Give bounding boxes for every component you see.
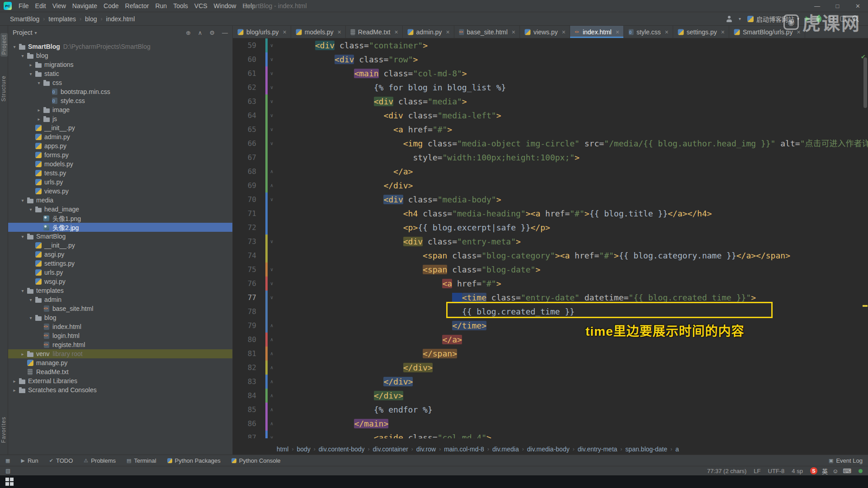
menu-edit[interactable]: Edit	[32, 1, 49, 10]
editor-tab[interactable]: blog/urls.py×	[233, 26, 291, 38]
tree-item[interactable]: __init__.py	[8, 123, 232, 132]
tree-arrow-icon[interactable]: ▾	[19, 53, 26, 58]
tree-item[interactable]: ▾static	[8, 69, 232, 78]
menu-window[interactable]: Window	[211, 1, 240, 10]
search-icon[interactable]	[852, 15, 859, 22]
tree-item[interactable]: ▾head_image	[8, 205, 232, 214]
fold-icon[interactable]: ∨	[268, 431, 276, 438]
tree-arrow-icon[interactable]: ▾	[19, 288, 26, 293]
tree-item[interactable]: wsgi.py	[8, 277, 232, 286]
tree-item[interactable]: 头像2.jpg	[8, 223, 232, 232]
tree-arrow-icon[interactable]: ▾	[27, 71, 34, 76]
close-icon[interactable]: ×	[665, 28, 669, 36]
tree-arrow-icon[interactable]: ▾	[11, 44, 18, 49]
run-config-selector[interactable]: 启动博客网站 ▾	[747, 14, 799, 23]
sogou-icon[interactable]: S	[810, 467, 817, 474]
fold-icon[interactable]: ∧	[268, 417, 276, 431]
code-text[interactable]: </div>	[276, 361, 433, 375]
tree-item[interactable]: admin.py	[8, 132, 232, 141]
toolwindow-event-log[interactable]: ▣Event Log	[829, 457, 863, 464]
tree-item[interactable]: ▸Scratches and Consoles	[8, 385, 232, 394]
code-text[interactable]: <div class="media-body">	[276, 192, 501, 206]
tree-arrow-icon[interactable]: ▸	[11, 388, 18, 393]
editor-tab[interactable]: views.py×	[520, 26, 570, 38]
tree-arrow-icon[interactable]: ▸	[27, 62, 34, 67]
fold-icon[interactable]: ∧	[268, 333, 276, 347]
close-icon[interactable]: ×	[394, 28, 398, 36]
tree-item[interactable]: ▾SmartBlogD:\PycharmProjects\SmartBlog	[8, 42, 232, 51]
collapse-all-icon[interactable]: ∧	[198, 29, 203, 36]
toolwindow-todo[interactable]: ✔TODO	[49, 457, 73, 464]
tool-window-switcher-icon[interactable]: ▦	[5, 458, 10, 464]
tree-item[interactable]: ▾media	[8, 196, 232, 205]
stripe-project[interactable]: Project	[0, 33, 8, 56]
tree-item[interactable]: ReadMe.txt	[8, 367, 232, 376]
editor-scrollbar[interactable]	[863, 52, 868, 436]
fold-icon[interactable]: ∨	[268, 136, 276, 150]
hide-panel-icon[interactable]: —	[222, 29, 228, 36]
fold-icon[interactable]: ∨	[268, 52, 276, 66]
code-text[interactable]: <div class="media">	[276, 94, 467, 108]
fold-icon[interactable]: ∧	[268, 361, 276, 375]
tree-item[interactable]: ▾SmartBlog	[8, 232, 232, 241]
tree-item[interactable]: urls.py	[8, 178, 232, 187]
toolwindow-terminal[interactable]: ▤Terminal	[127, 457, 156, 464]
fold-icon[interactable]: ∨	[268, 38, 276, 52]
code-text[interactable]: style="width:100px;height:100px;">	[276, 150, 580, 164]
code-text[interactable]: <div class="container">	[276, 38, 428, 52]
tree-item[interactable]: login.html	[8, 331, 232, 340]
breadcrumb-item[interactable]: index.html	[105, 15, 136, 23]
code-text[interactable]: <p>{{ blog.excerpt|safe }}</p>	[276, 221, 550, 235]
start-button[interactable]	[5, 478, 14, 486]
editor-breadcrumb-item[interactable]: html	[276, 446, 289, 453]
tree-item[interactable]: ▸image	[8, 105, 232, 114]
debug-button[interactable]	[816, 16, 821, 22]
editor-code-area[interactable]: 59∨ <div class="container">60∨ <div clas…	[233, 38, 868, 438]
code-text[interactable]: </div>	[276, 375, 413, 389]
menu-tools[interactable]: Tools	[170, 1, 191, 10]
editor-tab[interactable]: settings.py×	[673, 26, 729, 38]
chevron-down-icon[interactable]: ▾	[739, 16, 741, 21]
code-text[interactable]: <aside class="col-md-4">	[276, 431, 491, 438]
editor-tab[interactable]: SmartBlog/urls.py×	[729, 26, 805, 38]
stripe-favorites[interactable]: Favorites	[0, 417, 7, 443]
code-text[interactable]: </a>	[276, 164, 413, 178]
tree-item[interactable]: ▸External Libraries	[8, 376, 232, 385]
toolwindow-python-console[interactable]: Python Console	[231, 457, 281, 464]
menu-run[interactable]: Run	[152, 1, 170, 10]
run-button[interactable]	[806, 16, 810, 22]
close-icon[interactable]: ×	[446, 28, 449, 36]
breadcrumb-item[interactable]: SmartBlog	[9, 15, 40, 23]
code-text[interactable]: </main>	[276, 417, 388, 431]
editor-breadcrumb-item[interactable]: span.blog-date	[625, 446, 668, 453]
tree-item[interactable]: apps.py	[8, 141, 232, 150]
settings-icon[interactable]: ⚙	[209, 29, 215, 36]
tree-item[interactable]: ▸venvlibrary root	[8, 349, 232, 358]
tree-item[interactable]: index.html	[8, 322, 232, 331]
code-text[interactable]: {% for blog in blog_list %}	[276, 80, 506, 94]
code-text[interactable]: <div class="row">	[276, 52, 418, 66]
code-text[interactable]: <span class="blog-date">	[276, 263, 540, 277]
editor-breadcrumb-item[interactable]: div.media	[492, 446, 519, 453]
tree-item[interactable]: bootstrap.min.css	[8, 87, 232, 96]
code-text[interactable]: <div class="media-left">	[276, 108, 501, 122]
stripe-structure[interactable]: Structure	[0, 75, 7, 102]
fold-icon[interactable]: ∧	[268, 164, 276, 178]
fold-icon[interactable]: ∧	[268, 319, 276, 333]
toolwindow-python-packages[interactable]: Python Packages	[167, 457, 221, 464]
tree-item[interactable]: ▸js	[8, 114, 232, 123]
code-text[interactable]: {% endfor %}	[276, 403, 433, 417]
coverage-button[interactable]	[840, 16, 846, 22]
fold-icon[interactable]: ∨	[268, 291, 276, 305]
tree-arrow-icon[interactable]: ▸	[19, 352, 26, 357]
close-icon[interactable]: ×	[721, 28, 725, 36]
tree-item[interactable]: ▾templates	[8, 286, 232, 295]
close-icon[interactable]: ×	[338, 28, 341, 36]
editor-tab[interactable]: base_site.html×	[454, 26, 520, 38]
ime-keyboard-icon[interactable]: ⌨	[843, 468, 851, 474]
fold-icon[interactable]: ∨	[268, 94, 276, 108]
fold-icon[interactable]: ∨	[268, 235, 276, 249]
locate-file-icon[interactable]: ⊕	[186, 29, 191, 36]
fold-icon[interactable]: ∨	[268, 263, 276, 277]
menu-navigate[interactable]: Navigate	[69, 1, 100, 10]
